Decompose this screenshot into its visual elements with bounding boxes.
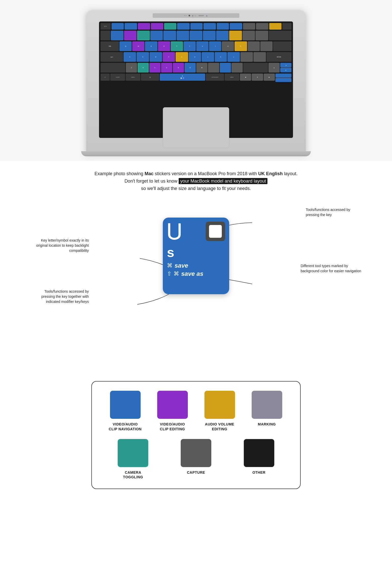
legend-item-top-1: VIDEO/AUDIO CLIP EDITING — [151, 391, 193, 431]
key-arrow-up: ▲ — [268, 63, 280, 73]
key-v: V — [161, 63, 172, 73]
key-command-l: ⌘ — [141, 74, 159, 81]
key-minus — [242, 31, 255, 40]
key-n: N — [185, 63, 196, 73]
function-row: ESC — [99, 21, 293, 30]
key-3 — [137, 31, 150, 40]
cmd2-symbol1: ⇧ — [167, 270, 172, 277]
key-h: H — [189, 52, 201, 62]
big-key-commands: ⌘ save ⇧ ⌘ save as — [167, 262, 225, 278]
anatomy-section: ⋃ s ⌘ save ⇧ ⌘ save as — [0, 197, 392, 376]
key-w: W — [132, 41, 144, 51]
annotation-right-mid: Different tool types marked by backgroun… — [301, 264, 362, 274]
legend-item-bottom-1: CAPTURE — [167, 439, 225, 479]
key-period — [220, 63, 231, 73]
key-6 — [177, 31, 189, 40]
key-f9 — [217, 23, 229, 30]
key-z: Z — [126, 63, 137, 73]
key-2 — [124, 31, 137, 40]
annotation-top-right: Tools/functions accessed by pressing the… — [306, 207, 362, 217]
legend-swatch-2 — [204, 391, 235, 419]
key-y: Y — [183, 41, 196, 51]
legend-swatch-bottom-0 — [118, 439, 148, 467]
key-u: U — [196, 41, 209, 51]
anatomy-legend-wrapper: ⋃ s ⌘ save ⇧ ⌘ save as — [0, 197, 392, 509]
key-8 — [203, 31, 216, 40]
key-lshift — [101, 63, 125, 73]
desc-uk: UK English — [258, 171, 283, 176]
key-f4 — [151, 23, 163, 30]
key-f11 — [243, 23, 255, 30]
key-rbracket — [260, 41, 273, 51]
laptop-bottom — [81, 151, 311, 156]
desc-link[interactable]: your MacBook model and keyboard layout — [179, 178, 267, 184]
legend-label-top-3: MARKING — [258, 422, 276, 426]
description-line1: Example photo showing Mac stickers versi… — [26, 170, 366, 177]
legend-grid-bottom: CAMERA TOGGLINGCAPTUREOTHER — [104, 439, 288, 479]
key-i: I — [209, 41, 221, 51]
key-c: C — [149, 63, 161, 73]
big-key-corner-box — [206, 222, 225, 241]
key-p: P — [235, 41, 247, 51]
key-option-l: option — [126, 74, 140, 81]
key-semicolon — [240, 52, 253, 62]
legend-label-top-0: VIDEO/AUDIO CLIP NAVIGATION — [109, 422, 142, 431]
key-f7 — [190, 23, 203, 30]
key-f12 — [256, 23, 268, 30]
qwerty-row: TAB Q W E R T Y U I O P — [99, 41, 293, 52]
cmd2-symbol2: ⌘ — [174, 270, 179, 277]
description-section: Example photo showing Mac stickers versi… — [0, 161, 392, 197]
legend-label-bottom-0: CAMERA TOGGLING — [123, 470, 143, 479]
key-7 — [190, 31, 202, 40]
big-key-corner-inner — [209, 225, 222, 238]
cmd-line-2: ⇧ ⌘ save as — [167, 270, 225, 277]
key-m: M — [196, 63, 207, 73]
legend-swatch-0 — [110, 391, 141, 419]
key-pwr — [282, 23, 291, 30]
key-comma — [208, 63, 219, 73]
laptop-wrapper: • • ▶ II ◀◀ ▶▶ 🔊 ESC — [86, 10, 306, 153]
key-command-r: command — [206, 74, 224, 81]
desc-after-mac: stickers version on a MacBook Pro from 2… — [153, 171, 258, 176]
big-key-top-row: ⋃ — [167, 222, 225, 241]
key-control: control — [110, 74, 125, 81]
legend-label-bottom-2: OTHER — [252, 470, 266, 475]
key-e: E — [145, 41, 157, 51]
camera-bar: • • ▶ II ◀◀ ▶▶ 🔊 — [153, 13, 239, 18]
annotation-left-bottom: Tools/functions accessed by pressing the… — [30, 289, 89, 304]
desc-mac: Mac — [144, 171, 153, 176]
laptop-shell: • • ▶ II ◀◀ ▶▶ 🔊 ESC — [86, 10, 306, 153]
legend-grid-top: VIDEO/AUDIO CLIP NAVIGATIONVIDEO/AUDIO C… — [104, 391, 288, 431]
key-caps: CAPS — [101, 52, 123, 62]
key-f10 — [230, 23, 242, 30]
zxcv-row: Z X C V B N M ▲ ◀ ▶ — [99, 62, 293, 73]
cmd2-text: save as — [181, 270, 203, 277]
description-line2: Don't forget to let us know your MacBook… — [26, 177, 366, 185]
key-5 — [163, 31, 176, 40]
asdf-row: CAPS A S D F G H J K L ENTER — [99, 52, 293, 62]
bottom-row: fn control option ⌘ k ▶ II command optio… — [99, 73, 293, 83]
legend-section: VIDEO/AUDIO CLIP NAVIGATIONVIDEO/AUDIO C… — [0, 376, 392, 504]
key-backslash — [273, 41, 291, 51]
key-f3 — [138, 23, 150, 30]
key-1 — [111, 31, 124, 40]
key-q: Q — [119, 41, 132, 51]
key-enter: ENTER — [266, 52, 291, 62]
key-fn: fn — [101, 74, 110, 81]
key-esc: ESC — [101, 23, 111, 30]
key-b: B — [173, 63, 184, 73]
description-line3: so we'll adjust the size and language to… — [26, 185, 366, 192]
legend-item-top-3: MARKING — [246, 391, 288, 431]
key-r: R — [158, 41, 170, 51]
cmd1-text: save — [175, 262, 188, 269]
key-f: F — [163, 52, 175, 62]
key-a: A — [124, 52, 136, 62]
key-f6 — [177, 23, 189, 30]
legend-label-top-1: VIDEO/AUDIO CLIP EDITING — [160, 422, 185, 431]
legend-item-top-2: AUDIO VOLUME EDITING — [199, 391, 241, 431]
cmd-line-1: ⌘ save — [167, 262, 225, 269]
key-g: G — [176, 52, 188, 62]
key-x: X — [138, 63, 149, 73]
key-4 — [150, 31, 163, 40]
legend-item-top-0: VIDEO/AUDIO CLIP NAVIGATION — [104, 391, 146, 431]
